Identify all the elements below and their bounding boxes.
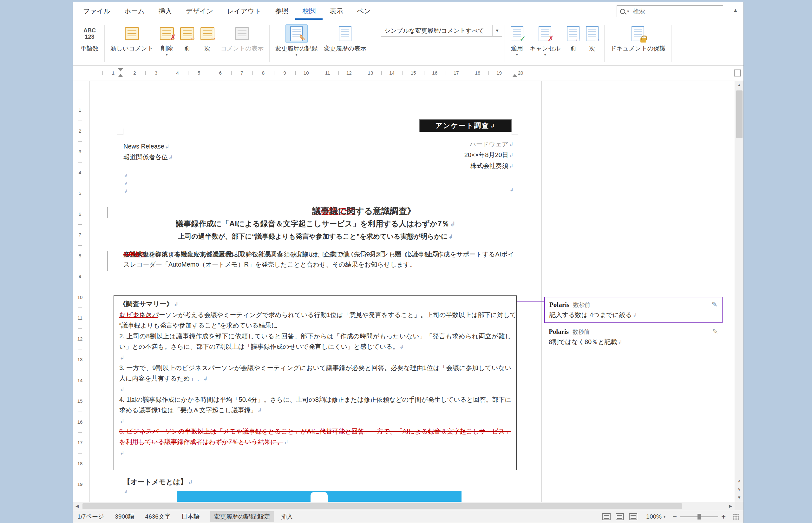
ruler-number: 3 — [145, 68, 167, 78]
zoom-in-button[interactable]: + — [719, 512, 728, 521]
automemo-brand-bar — [177, 491, 461, 502]
vertical-scrollbar[interactable]: ▲ ∧ ∨ ▼ — [735, 81, 743, 502]
ruler-number: 9 — [74, 266, 86, 287]
search-input[interactable]: ▾ 検索 — [617, 5, 723, 17]
horizontal-scrollbar-thumb[interactable] — [82, 503, 682, 509]
ribbon-tab-bar: ファイル ホーム 挿入 デザイン レイアウト 参照 校閲 表示 ペン ▾ 検索 … — [73, 2, 743, 20]
track-changes-record-button[interactable]: ✎ 変更履歴の記録 ▾ — [272, 23, 321, 57]
accept-change-button[interactable]: ✓ 適用 ▾ — [508, 23, 527, 57]
delete-comment-button[interactable]: ✗ 削除 ▾ — [157, 23, 177, 57]
zoom-slider[interactable] — [680, 516, 718, 517]
word-count-indicator[interactable]: 3900語 — [115, 512, 134, 521]
accept-dropdown-caret-icon[interactable]: ▾ — [516, 53, 518, 56]
ruler-number: 6 — [210, 68, 231, 78]
lead-paragraph: 株式会社奏須（本社：東京都港区 代表取締役社長：奏須 太郎）は、企業で働くマネジ… — [124, 249, 514, 260]
previous-change-button[interactable]: ← 前 — [564, 23, 583, 53]
scroll-down-icon[interactable]: ▼ — [735, 493, 743, 502]
word-count-icon: ABC 123 — [83, 27, 96, 40]
summary-item-4: 4. 1回の議事録作成にかかる時間は平均「50.4分」。さらに、上司の8割は修正… — [119, 395, 511, 416]
previous-comment-button[interactable]: ← 前 — [177, 23, 197, 53]
tab-insert[interactable]: 挿入 — [152, 2, 179, 20]
scrollbar-corner — [735, 502, 743, 510]
ruler-number: 8 — [74, 245, 86, 266]
tab-home[interactable]: ホーム — [117, 2, 152, 20]
doc-subtitle-2: 上司の過半数が、部下に“議事録よりも発言や参加すること”を求めている実態が明らか… — [90, 232, 542, 241]
char-count-indicator[interactable]: 4636文字 — [145, 512, 171, 521]
summary-item-2: 2. 上司の8割以上は議事録作成を部下に依頼していると回答。部下からは「作成の時… — [119, 331, 511, 352]
previous-page-icon[interactable]: ∧ — [735, 477, 743, 485]
zoom-slider-thumb[interactable] — [698, 514, 701, 520]
track-changes-record-icon: ✎ — [290, 26, 303, 41]
tab-view[interactable]: 表示 — [323, 2, 350, 20]
ruler-number: 17 — [74, 432, 86, 453]
vertical-scrollbar-thumb[interactable] — [736, 90, 742, 138]
resize-grip-icon — [733, 513, 739, 520]
ruler-number: 12 — [338, 68, 360, 78]
summary-item-3: 3. 一方で、9割以上のビジネスパーソンが会議やミーティングにおいて議事録が必要… — [119, 363, 511, 384]
document-page[interactable]: アンケート調査 News Release 報道関係者各位 ハードウェア 20××… — [90, 81, 542, 502]
reject-change-icon: ✗ — [539, 26, 551, 41]
word-count-button[interactable]: ABC 123 単語数 — [77, 23, 102, 53]
zoom-level[interactable]: 100% — [646, 513, 662, 520]
edit-comment-icon[interactable]: ✎ — [712, 301, 717, 309]
ruler-number: 2 — [124, 68, 146, 78]
next-change-button[interactable]: → 次 — [583, 23, 602, 53]
summary-heading: 《調査サマリー》 — [119, 299, 511, 310]
tab-layout[interactable]: レイアウト — [220, 2, 268, 20]
horizontal-scrollbar[interactable]: ◀ ▶ — [73, 502, 743, 510]
horizontal-ruler-numbers: 1234567891011121314151617181920 — [102, 68, 531, 78]
tab-review[interactable]: 校閲 — [295, 2, 323, 20]
search-dropdown-caret-icon[interactable]: ▾ — [627, 9, 629, 14]
track-changes-selected-highlight: ✎ — [285, 24, 308, 43]
edit-comment-icon[interactable]: ✎ — [712, 327, 718, 336]
combo-caret-icon[interactable]: ▼ — [492, 25, 502, 36]
margin-crop-mark — [512, 128, 518, 135]
protect-document-button[interactable]: ドキュメントの保護 — [607, 23, 668, 53]
tab-file[interactable]: ファイル — [76, 2, 117, 20]
ruler-number: 19 — [489, 68, 510, 78]
read-view-icon[interactable] — [602, 513, 610, 520]
ruler-number: 15 — [74, 391, 86, 412]
right-indent-marker[interactable] — [512, 74, 517, 77]
first-line-indent-marker[interactable] — [118, 68, 123, 71]
track-changes-dropdown-caret-icon[interactable]: ▾ — [296, 53, 298, 56]
scroll-right-icon[interactable]: ▶ — [726, 502, 735, 510]
tab-pen[interactable]: ペン — [350, 2, 377, 20]
zoom-out-button[interactable]: − — [671, 512, 679, 521]
next-comment-button[interactable]: → 次 — [197, 23, 218, 53]
collapse-ribbon-icon[interactable]: ▲ — [733, 7, 738, 13]
track-changes-status[interactable]: 変更履歴の記録:設定 — [210, 511, 274, 522]
ruler-number: 8 — [252, 68, 274, 78]
web-layout-icon[interactable] — [629, 513, 637, 520]
comment-card-2[interactable]: Polaris 数秒前 ✎ 8割ではなく80％と記載 — [544, 324, 722, 349]
ruler-toggle-icon[interactable] — [734, 70, 741, 76]
scroll-left-icon[interactable]: ◀ — [73, 502, 81, 510]
margin-crop-mark — [117, 128, 124, 135]
next-page-icon[interactable]: ∨ — [735, 485, 743, 493]
change-bar — [108, 251, 108, 271]
scroll-up-icon[interactable]: ▲ — [735, 81, 743, 89]
changes-display-mode-select[interactable]: シンプルな変更履歴/コメントすべて ▼ — [381, 25, 502, 36]
zoom-caret-icon[interactable]: ▾ — [664, 515, 665, 519]
tab-design[interactable]: デザイン — [179, 2, 220, 20]
release-meta-block: ハードウェア 20××年8月20日 株式会社奏須 — [464, 139, 513, 172]
news-release-label: News Release — [124, 141, 169, 152]
ruler-number: 12 — [74, 328, 86, 349]
reject-dropdown-caret-icon[interactable]: ▾ — [544, 53, 546, 56]
comment-time: 数秒前 — [572, 328, 590, 336]
new-comment-button[interactable]: 新しいコメント — [107, 23, 157, 53]
left-indent-marker[interactable] — [118, 74, 123, 77]
delete-dropdown-caret-icon[interactable]: ▾ — [166, 53, 168, 56]
show-changes-button[interactable]: 変更履歴の表示 — [321, 23, 369, 53]
group-divider — [671, 25, 672, 62]
insert-mode-indicator[interactable]: 挿入 — [281, 512, 293, 521]
comment-author: Polaris — [549, 328, 569, 336]
print-layout-icon[interactable] — [616, 513, 624, 520]
ruler-number: 13 — [360, 68, 381, 78]
comment-card-1[interactable]: Polaris 数秒前 ✎ 記入する数は 4つまでに絞る — [544, 297, 722, 323]
language-indicator[interactable]: 日本語 — [182, 512, 200, 521]
reject-change-button[interactable]: ✗ キャンセル ▾ — [527, 23, 564, 57]
doc-title: 《会議での議事録に関する意識調査》 — [90, 205, 542, 215]
ruler-number: 1 — [74, 100, 86, 121]
tab-references[interactable]: 参照 — [268, 2, 295, 20]
